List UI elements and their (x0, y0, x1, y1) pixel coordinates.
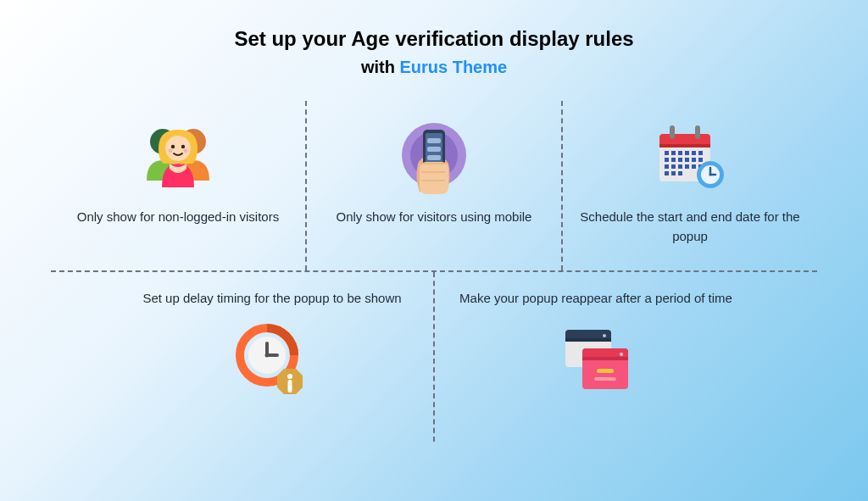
clock-warning-icon (233, 322, 311, 398)
svg-rect-11 (427, 138, 441, 143)
svg-rect-17 (659, 144, 710, 148)
svg-rect-22 (678, 151, 682, 155)
svg-rect-27 (671, 158, 676, 162)
svg-rect-21 (671, 151, 676, 155)
svg-rect-60 (582, 357, 628, 360)
feature-card: Only show for non-logged-in visitors (51, 101, 305, 270)
subtitle-prefix: with (361, 58, 400, 76)
svg-point-57 (603, 334, 606, 337)
svg-rect-31 (698, 158, 703, 162)
svg-rect-38 (665, 171, 669, 175)
svg-point-61 (620, 353, 623, 356)
calendar-clock-icon (651, 118, 729, 194)
svg-rect-35 (685, 164, 689, 169)
feature-caption: Make your popup reappear after a period … (459, 289, 732, 309)
svg-rect-28 (678, 158, 682, 162)
feature-caption: Schedule the start and end date for the … (576, 208, 804, 246)
svg-point-50 (265, 353, 270, 357)
svg-rect-63 (594, 377, 616, 381)
svg-point-4 (181, 145, 185, 148)
hand-phone-icon (396, 118, 472, 194)
header: Set up your Age verification display rul… (51, 27, 817, 77)
svg-rect-29 (685, 158, 689, 162)
svg-rect-62 (597, 369, 614, 373)
svg-rect-18 (670, 125, 675, 139)
svg-point-2 (165, 136, 191, 161)
svg-point-5 (169, 149, 173, 153)
svg-rect-56 (565, 338, 611, 342)
page-subtitle: with Eurus Theme (51, 58, 817, 77)
svg-point-3 (171, 145, 175, 148)
svg-rect-14 (420, 162, 448, 194)
feature-caption: Only show for non-logged-in visitors (77, 208, 279, 227)
svg-rect-26 (665, 158, 669, 162)
people-icon (142, 118, 214, 194)
svg-rect-30 (692, 158, 696, 162)
svg-rect-40 (678, 171, 682, 175)
feature-row-2: Set up delay timing for the popup to be … (51, 272, 817, 442)
brand-name: Eurus Theme (399, 58, 507, 76)
svg-rect-25 (698, 151, 703, 155)
svg-rect-33 (671, 164, 676, 169)
svg-rect-23 (685, 151, 689, 155)
svg-rect-12 (427, 147, 441, 152)
svg-point-45 (709, 174, 712, 176)
feature-card: Set up delay timing for the popup to be … (111, 272, 433, 442)
page-title: Set up your Age verification display rul… (51, 27, 817, 51)
svg-rect-36 (692, 164, 696, 169)
svg-rect-39 (671, 171, 676, 175)
svg-rect-24 (692, 151, 696, 155)
svg-rect-53 (288, 380, 292, 392)
feature-caption: Set up delay timing for the popup to be … (142, 289, 401, 309)
feature-card: Schedule the start and end date for the … (563, 101, 817, 270)
svg-rect-13 (427, 155, 441, 160)
svg-point-52 (287, 374, 292, 379)
svg-rect-19 (695, 125, 700, 139)
svg-rect-20 (665, 151, 669, 155)
feature-row-1: Only show for non-logged-in visitors (51, 101, 817, 270)
popup-windows-icon (557, 322, 635, 398)
svg-rect-32 (665, 164, 669, 169)
feature-card: Only show for visitors using mobile (307, 101, 561, 270)
feature-caption: Only show for visitors using mobile (337, 208, 532, 227)
svg-point-6 (184, 149, 188, 153)
svg-rect-34 (678, 164, 682, 169)
features-grid: Only show for non-logged-in visitors (51, 101, 817, 442)
feature-card: Make your popup reappear after a period … (435, 272, 757, 442)
